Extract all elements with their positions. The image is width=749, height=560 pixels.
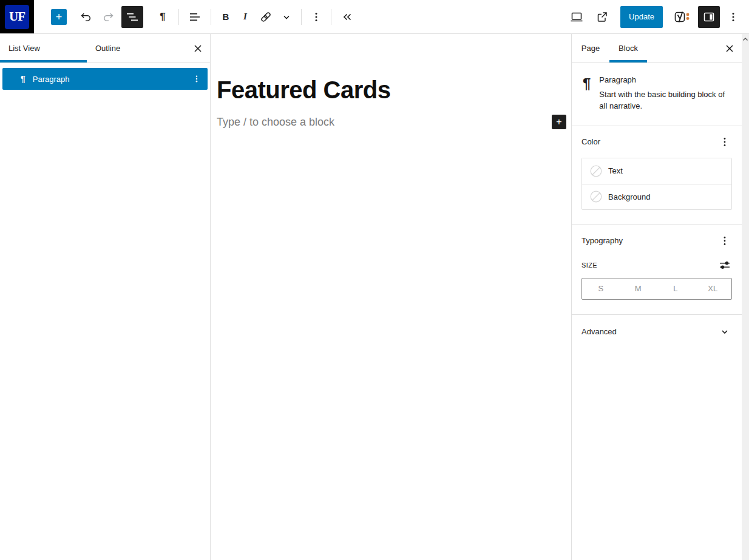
double-chevron-left-icon: [340, 10, 354, 24]
font-size-segmented-control: S M L XL: [581, 278, 732, 300]
redo-button[interactable]: [97, 6, 119, 28]
view-page-button[interactable]: [591, 6, 613, 28]
link-button[interactable]: [255, 6, 277, 28]
paragraph-icon: ¶: [160, 11, 165, 23]
toolbar-separator: [301, 9, 302, 25]
paragraph-icon: ¶: [583, 76, 591, 112]
block-inserter-toggle-button[interactable]: +: [51, 9, 67, 25]
add-block-button[interactable]: +: [552, 115, 566, 129]
typography-panel: Typography SIZE S M L: [572, 225, 742, 315]
kebab-icon: [717, 234, 732, 248]
bold-button[interactable]: B: [216, 6, 236, 28]
window-scrollbar[interactable]: [742, 34, 749, 560]
list-view-item-paragraph[interactable]: ¶ Paragraph: [2, 68, 208, 90]
close-settings-button[interactable]: [717, 34, 742, 62]
font-size-option-m[interactable]: M: [620, 278, 657, 299]
toolbar-separator: [178, 9, 179, 25]
yoast-seo-button[interactable]: [670, 6, 694, 28]
collapse-toolbar-button[interactable]: [336, 6, 358, 28]
close-icon: [724, 42, 736, 55]
color-panel-title: Color: [581, 137, 600, 146]
yoast-icon: [674, 10, 691, 24]
document-overview-button[interactable]: [121, 6, 143, 28]
block-card-title: Paragraph: [599, 75, 728, 84]
kebab-icon: [309, 10, 324, 24]
update-button[interactable]: Update: [620, 6, 663, 28]
typography-panel-title: Typography: [581, 236, 623, 245]
color-panel: Color Text: [572, 126, 742, 225]
text-align-button[interactable]: [184, 6, 206, 28]
post-title[interactable]: Featured Cards: [217, 76, 566, 104]
slider-settings-icon: [717, 258, 732, 272]
font-size-option-s[interactable]: S: [582, 278, 620, 299]
block-card: ¶ Paragraph Start with the basic buildin…: [572, 63, 742, 126]
empty-paragraph-block: Type / to choose a block +: [217, 115, 566, 129]
settings-sidebar-toggle-button[interactable]: [698, 6, 720, 28]
redo-icon: [101, 10, 115, 24]
italic-icon: I: [243, 12, 247, 22]
color-settings-group: Text Background: [581, 158, 732, 210]
editor-top-bar: UF + ¶ B: [0, 0, 749, 34]
block-placeholder-text[interactable]: Type / to choose a block: [217, 116, 334, 129]
toolbar-separator: [331, 9, 331, 25]
tab-page[interactable]: Page: [572, 34, 609, 62]
text-color-row[interactable]: Text: [582, 158, 731, 184]
align-text-icon: [188, 10, 202, 24]
bold-icon: B: [223, 12, 229, 22]
paragraph-icon: ¶: [21, 74, 25, 84]
tab-list-view[interactable]: List View: [0, 34, 87, 62]
kebab-icon: [191, 73, 202, 84]
sidebar-panel-icon: [702, 10, 716, 24]
text-color-label: Text: [608, 166, 623, 175]
font-size-option-l[interactable]: L: [657, 278, 694, 299]
block-options-button[interactable]: [307, 6, 326, 28]
plus-icon: +: [556, 117, 561, 127]
tab-outline[interactable]: Outline: [87, 34, 174, 62]
toolbar-separator: [211, 9, 211, 25]
scrollbar-up-arrow[interactable]: [742, 34, 749, 44]
advanced-section-toggle[interactable]: Advanced: [572, 315, 742, 349]
kebab-icon: [717, 135, 732, 149]
desktop-preview-icon: [569, 10, 584, 24]
external-link-icon: [595, 10, 609, 24]
kebab-icon: [726, 10, 741, 24]
uf-logo-mark: UF: [5, 5, 29, 29]
background-color-row[interactable]: Background: [582, 184, 731, 209]
list-view-item-options-button[interactable]: [189, 72, 204, 86]
italic-button[interactable]: I: [236, 6, 255, 28]
font-size-option-xl[interactable]: XL: [694, 278, 732, 299]
block-card-description: Start with the basic building block of a…: [599, 89, 728, 112]
editor-body: List View Outline ¶ Paragraph Featured C…: [0, 34, 749, 560]
settings-sidebar: Page Block ¶ Paragraph Start with the ba…: [571, 34, 742, 560]
settings-tabs: Page Block: [572, 34, 742, 63]
uf-site-logo[interactable]: UF: [0, 0, 34, 33]
close-overview-panel-button[interactable]: [186, 34, 210, 62]
chevron-down-icon: [717, 325, 732, 339]
background-color-label: Background: [608, 192, 650, 201]
tab-block[interactable]: Block: [609, 34, 647, 62]
typography-options-button[interactable]: [717, 234, 732, 248]
editor-canvas: Featured Cards Type / to choose a block …: [211, 34, 571, 560]
document-overview-panel: List View Outline ¶ Paragraph: [0, 34, 211, 560]
undo-icon: [79, 10, 93, 24]
empty-swatch-icon: [590, 191, 602, 203]
list-view-item-label: Paragraph: [33, 75, 70, 84]
plus-icon: +: [56, 12, 63, 22]
link-icon: [259, 10, 273, 24]
undo-button[interactable]: [75, 6, 97, 28]
close-icon: [192, 42, 204, 55]
size-settings-button[interactable]: [717, 258, 732, 272]
preview-button[interactable]: [566, 6, 588, 28]
caret-up-icon: [742, 37, 748, 42]
chevron-down-icon: [279, 10, 294, 24]
color-options-button[interactable]: [717, 135, 732, 149]
more-formatting-button[interactable]: [277, 6, 296, 28]
size-label: SIZE: [581, 261, 597, 269]
options-menu-button[interactable]: [724, 6, 743, 28]
advanced-label: Advanced: [581, 327, 617, 336]
empty-swatch-icon: [590, 165, 602, 177]
paragraph-block-type-button[interactable]: ¶: [152, 6, 174, 28]
list-view-icon: [125, 10, 140, 24]
overview-panel-tabs: List View Outline: [0, 34, 210, 63]
